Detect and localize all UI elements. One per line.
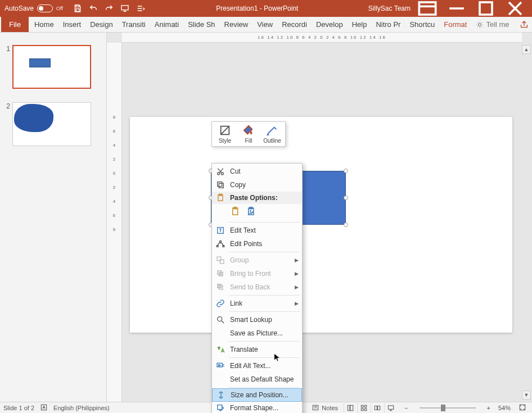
zoom-out-button[interactable]: − [402, 405, 410, 411]
tab-developer[interactable]: Develop [312, 17, 348, 32]
tell-me[interactable]: Tell me [471, 17, 513, 32]
reading-view-icon[interactable] [371, 403, 383, 413]
menu-smart-lookup[interactable]: Smart Lookup [212, 313, 302, 326]
menu-cut[interactable]: Cut [212, 165, 302, 178]
slide-indicator[interactable]: Slide 1 of 2 [3, 405, 34, 411]
tab-transitions[interactable]: Transiti [118, 17, 150, 32]
svg-rect-5 [480, 2, 492, 15]
svg-rect-43 [388, 405, 393, 409]
tab-recording[interactable]: Recordi [277, 17, 312, 32]
smart-lookup-icon [215, 315, 226, 325]
tab-view[interactable]: View [253, 17, 277, 32]
tell-me-label: Tell me [486, 20, 509, 29]
menu-format-shape[interactable]: Format Shape... [212, 401, 302, 413]
menu-copy[interactable]: Copy [212, 178, 302, 192]
style-button[interactable]: Style [214, 124, 236, 144]
scroll-up-button[interactable]: ▲ [522, 45, 531, 54]
menu-translate[interactable]: Translate [212, 343, 302, 356]
normal-view-icon[interactable] [344, 403, 356, 413]
menu-size-position[interactable]: Size and Position... [212, 388, 302, 402]
menu-edit-text[interactable]: Edit Text [212, 224, 302, 237]
language-indicator[interactable]: English (Philippines) [53, 405, 110, 411]
menu-edit-alt[interactable]: Edit Alt Text... [212, 359, 302, 373]
resize-handle[interactable] [344, 223, 348, 227]
copy-icon [215, 180, 226, 190]
svg-rect-12 [219, 183, 223, 188]
notes-button[interactable]: Notes [312, 404, 338, 412]
save-icon[interactable] [71, 2, 84, 15]
tab-home[interactable]: Home [30, 17, 58, 32]
label: Cut [230, 167, 241, 175]
label: Style [219, 138, 231, 144]
thumbnail-pane[interactable]: 1 2 [0, 33, 107, 402]
label: Bring to Front [230, 270, 271, 278]
horizontal-ruler: 16 14 12 10 8 6 4 2 0 2 4 6 8 10 12 14 1… [122, 33, 522, 43]
slideshow-icon[interactable] [118, 2, 132, 15]
thumbnail-1[interactable]: 1 [0, 43, 106, 100]
menu-set-default[interactable]: Set as Default Shape [212, 373, 302, 386]
paste-icon [215, 193, 226, 203]
resize-handle[interactable] [344, 169, 348, 173]
fit-window-icon[interactable] [516, 403, 529, 412]
outline-button[interactable]: Outline [262, 124, 283, 144]
autosave-toggle[interactable]: AutoSave Off [0, 4, 67, 12]
user-name: SillySac Team [368, 4, 411, 12]
tab-format[interactable]: Format [439, 17, 471, 32]
zoom-level[interactable]: 54% [498, 405, 511, 411]
accessibility-icon[interactable] [40, 403, 48, 412]
qat-more-icon[interactable] [134, 2, 147, 15]
tab-insert[interactable]: Insert [58, 17, 86, 32]
tab-shortcut[interactable]: Shortcu [405, 17, 439, 32]
slide[interactable] [130, 117, 512, 333]
tab-design[interactable]: Design [85, 17, 117, 32]
slideshow-view-icon[interactable] [384, 403, 396, 413]
svg-point-8 [479, 23, 481, 26]
autosave-state: Off [56, 6, 63, 11]
group-icon [215, 255, 226, 265]
scroll-down-button[interactable]: ▼ [522, 391, 531, 400]
fill-button[interactable]: Fill [238, 124, 259, 144]
link-icon [215, 298, 226, 308]
menu-group: Group▶ [212, 253, 302, 267]
tab-review[interactable]: Review [220, 17, 253, 32]
quick-access-toolbar [67, 2, 151, 15]
thumbnail-slide[interactable] [12, 102, 91, 146]
zoom-slider[interactable] [420, 407, 476, 409]
autosave-label: AutoSave [4, 4, 34, 12]
redo-icon[interactable] [102, 2, 116, 15]
svg-rect-42 [364, 409, 367, 411]
close-icon[interactable] [503, 0, 528, 17]
slide-canvas[interactable] [122, 43, 522, 402]
tab-slideshow[interactable]: Slide Sh [183, 17, 219, 32]
svg-rect-37 [348, 405, 350, 410]
share-button[interactable] [514, 17, 532, 32]
maximize-icon[interactable] [474, 0, 498, 17]
label: Copy [230, 181, 246, 189]
label: Translate [230, 346, 258, 353]
ribbon-display-icon[interactable] [415, 0, 440, 17]
menu-save-picture[interactable]: Save as Picture... [212, 326, 302, 340]
undo-icon[interactable] [87, 2, 100, 15]
svg-rect-3 [419, 2, 435, 15]
menu-edit-points[interactable]: Edit Points [212, 237, 302, 251]
label: Notes [322, 405, 338, 411]
tab-animations[interactable]: Animati [150, 17, 183, 32]
label: Edit Points [230, 240, 262, 248]
menu-link[interactable]: Link▶ [212, 297, 302, 310]
autosave-switch[interactable] [37, 4, 53, 12]
title-bar: AutoSave Off Presentation1 - PowerPoint … [0, 0, 532, 17]
sorter-view-icon[interactable] [357, 403, 369, 413]
paste-picture-icon[interactable] [245, 205, 258, 219]
minimize-icon[interactable] [444, 0, 469, 17]
paste-keep-source-icon[interactable] [229, 205, 242, 219]
svg-rect-34 [218, 405, 222, 410]
thumbnail-2[interactable]: 2 [0, 100, 106, 157]
thumbnail-slide[interactable] [12, 45, 91, 89]
zoom-in-button[interactable]: + [485, 405, 493, 411]
tab-nitropro[interactable]: Nitro Pr [371, 17, 405, 32]
resize-handle[interactable] [344, 196, 348, 200]
svg-rect-39 [361, 405, 363, 407]
tab-file[interactable]: File [1, 17, 29, 32]
label: Edit Text [230, 226, 256, 234]
tab-help[interactable]: Help [348, 17, 372, 32]
